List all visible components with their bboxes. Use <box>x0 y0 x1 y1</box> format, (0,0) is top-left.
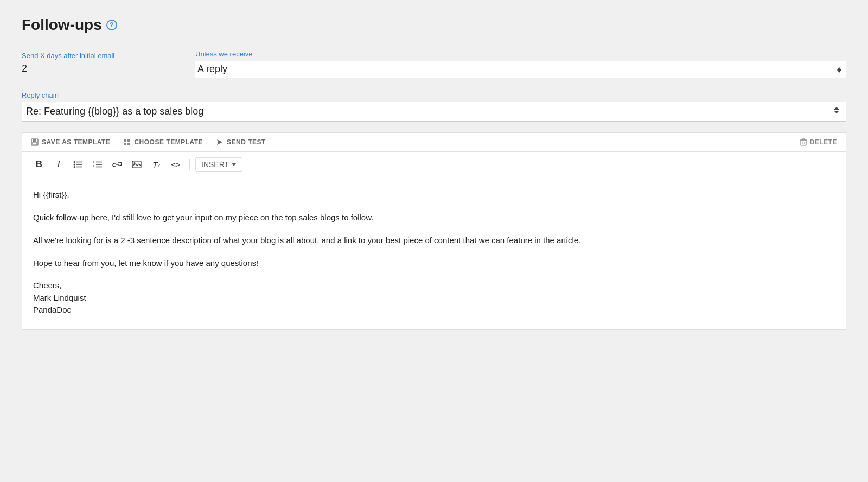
sender-company: PandaDoc <box>33 304 835 316</box>
unless-select-wrapper: A reply An open A click <box>195 61 846 78</box>
unless-group: Unless we receive A reply An open A clic… <box>195 50 846 78</box>
italic-button[interactable]: I <box>50 156 67 173</box>
clear-format-button[interactable]: Tx <box>148 156 164 173</box>
sender-name: Mark Lindquist <box>33 292 835 305</box>
delete-button[interactable]: DELETE <box>800 138 837 146</box>
send-days-value: 2 <box>22 63 174 78</box>
svg-point-20 <box>74 164 75 166</box>
email-para1: Quick follow-up here, I'd still love to … <box>33 211 835 224</box>
svg-rect-12 <box>801 140 806 145</box>
ul-icon <box>73 161 83 168</box>
reply-chain-select[interactable]: Re: Featuring {{blog}} as a top sales bl… <box>22 102 846 121</box>
save-icon <box>31 138 39 146</box>
editor-container: SAVE AS TEMPLATE CHOOSE TEMPLATE SEND TE… <box>22 132 846 330</box>
page-title: Follow-ups ? <box>22 16 846 34</box>
insert-dropdown[interactable]: INSERT <box>195 157 242 172</box>
image-button[interactable] <box>129 156 145 173</box>
link-button[interactable] <box>109 156 125 173</box>
link-icon <box>112 161 122 168</box>
sign-off: Cheers, <box>33 280 835 292</box>
choose-template-button[interactable]: CHOOSE TEMPLATE <box>123 138 203 146</box>
help-icon[interactable]: ? <box>106 20 117 30</box>
email-para2: All we're looking for is a 2 -3 sentence… <box>33 234 835 247</box>
ol-icon: 1 2 3 <box>93 161 103 168</box>
svg-rect-6 <box>33 142 37 145</box>
email-signature: Cheers, Mark Lindquist PandaDoc <box>33 280 835 316</box>
code-button[interactable]: <> <box>168 156 184 173</box>
send-days-group: Send X days after initial email 2 <box>22 52 174 78</box>
email-greeting: Hi {{first}}, <box>33 188 835 201</box>
send-days-label: Send X days after initial email <box>22 52 174 60</box>
svg-point-21 <box>74 166 75 168</box>
reply-chain-label: Reply chain <box>22 91 846 99</box>
svg-rect-8 <box>127 139 130 142</box>
bold-button[interactable]: B <box>31 156 47 173</box>
svg-marker-34 <box>231 163 237 166</box>
insert-chevron-icon <box>231 162 237 167</box>
template-icon <box>123 138 131 146</box>
svg-rect-10 <box>127 143 130 145</box>
reply-chain-select-wrapper: Re: Featuring {{blog}} as a top sales bl… <box>22 102 846 122</box>
ordered-list-button[interactable]: 1 2 3 <box>90 156 106 173</box>
format-toolbar: B I 1 2 3 <box>22 152 846 177</box>
image-icon <box>132 161 142 168</box>
svg-rect-7 <box>124 139 126 142</box>
send-test-button[interactable]: SEND TEST <box>216 138 266 146</box>
svg-marker-11 <box>217 139 222 145</box>
form-row-top: Send X days after initial email 2 Unless… <box>22 50 846 78</box>
svg-point-19 <box>74 161 75 163</box>
email-body[interactable]: Hi {{first}}, Quick follow-up here, I'd … <box>22 177 846 329</box>
unless-label: Unless we receive <box>195 50 846 58</box>
editor-toolbar: SAVE AS TEMPLATE CHOOSE TEMPLATE SEND TE… <box>22 133 846 152</box>
save-template-button[interactable]: SAVE AS TEMPLATE <box>31 138 110 146</box>
svg-rect-5 <box>33 139 36 142</box>
trash-icon <box>800 138 807 146</box>
reply-chain-section: Reply chain Re: Featuring {{blog}} as a … <box>22 91 846 122</box>
unless-select[interactable]: A reply An open A click <box>195 61 846 78</box>
send-icon <box>216 138 224 146</box>
svg-text:3: 3 <box>93 166 94 168</box>
format-divider <box>189 159 190 170</box>
svg-rect-9 <box>124 143 126 145</box>
email-para3: Hope to hear from you, let me know if yo… <box>33 257 835 270</box>
unordered-list-button[interactable] <box>70 156 86 173</box>
